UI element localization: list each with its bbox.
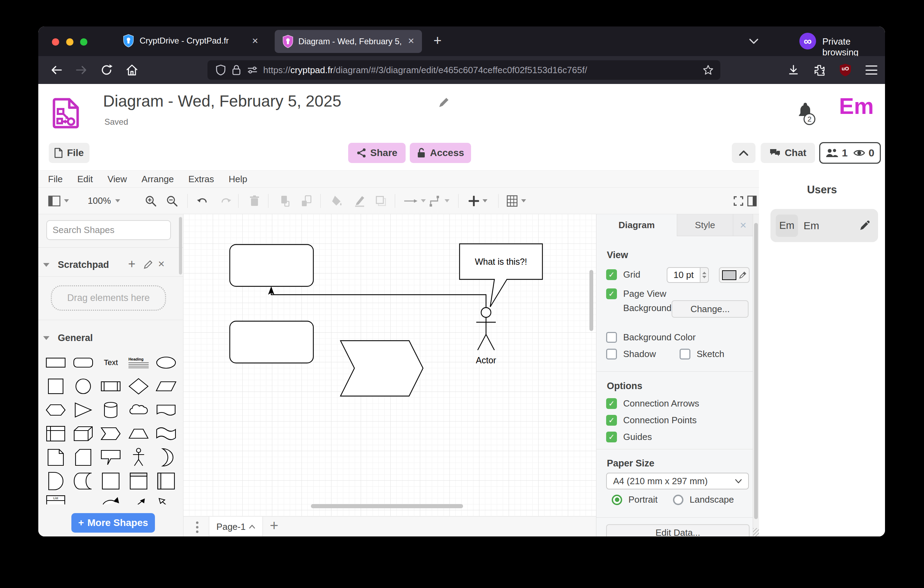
diagram-canvas[interactable]: What is this?! Actor — [183, 214, 596, 516]
insert-dropdown[interactable] — [469, 188, 487, 214]
shape-cylinder[interactable] — [98, 398, 123, 422]
shape-circle[interactable] — [71, 375, 96, 398]
background-color-checkbox[interactable] — [606, 332, 617, 343]
grid-size-stepper[interactable] — [701, 267, 709, 283]
tab-diagram-active[interactable]: Diagram - Wed, February 5, 202 — [275, 30, 422, 53]
lock-icon[interactable] — [232, 64, 241, 76]
extensions-puzzle-icon[interactable] — [813, 64, 826, 76]
shape-document[interactable] — [153, 398, 178, 422]
share-button[interactable]: Share — [348, 143, 406, 163]
add-page-button[interactable]: + — [270, 517, 279, 534]
shape-cloud[interactable] — [126, 398, 151, 422]
grid-size-input[interactable]: 10 pt — [667, 267, 701, 283]
shape-and[interactable] — [43, 469, 68, 493]
canvas-horizontal-scrollbar[interactable] — [311, 504, 463, 508]
user-list-button[interactable]: 1 0 — [819, 142, 881, 164]
tab-cryptdrive[interactable]: CryptDrive - CryptPad.fr — [123, 34, 229, 47]
shape-horizontal-container[interactable] — [153, 469, 178, 493]
zoom-out-button[interactable] — [166, 188, 178, 214]
shape-diamond[interactable] — [126, 375, 151, 398]
scratchpad-section-header[interactable]: Scratchpad — [43, 259, 109, 270]
view-panels-button[interactable] — [48, 188, 69, 214]
tab-close-icon[interactable]: × — [408, 36, 414, 46]
scratchpad-drop-zone[interactable]: Drag elements here — [51, 285, 166, 311]
ublock-origin-icon[interactable]: uO — [839, 63, 851, 77]
grid-checkbox[interactable]: ✓ — [606, 269, 617, 280]
rename-pencil-icon[interactable] — [438, 96, 450, 108]
macos-minimize-button[interactable] — [66, 38, 73, 46]
menu-arrange[interactable]: Arrange — [142, 174, 174, 185]
shape-callout[interactable] — [98, 446, 123, 469]
home-icon[interactable] — [125, 63, 139, 77]
undo-button[interactable] — [196, 188, 208, 214]
format-panel-close-icon[interactable]: × — [733, 214, 753, 236]
menu-view[interactable]: View — [107, 174, 127, 185]
shape-actor[interactable] — [126, 446, 151, 469]
waypoint-style-dropdown[interactable] — [429, 188, 449, 214]
shape-curved-arrow[interactable] — [98, 493, 123, 504]
tab-style[interactable]: Style — [677, 214, 733, 236]
menu-help[interactable]: Help — [229, 174, 247, 185]
shape-note[interactable] — [43, 446, 68, 469]
canvas-vertical-scrollbar[interactable] — [589, 270, 593, 331]
sidebar-scrollbar[interactable] — [179, 217, 182, 274]
shape-search[interactable] — [46, 220, 171, 240]
shape-list[interactable]: List — [43, 493, 68, 504]
paper-size-select[interactable]: A4 (210 mm x 297 mm) — [606, 473, 749, 489]
more-shapes-button[interactable]: + More Shapes — [71, 513, 155, 533]
shape-hexagon[interactable] — [43, 398, 68, 422]
scratchpad-add-icon[interactable]: + — [128, 257, 135, 271]
scratchpad-edit-pencil-icon[interactable] — [144, 259, 153, 269]
format-panel-scrollbar[interactable] — [753, 214, 759, 537]
chat-button[interactable]: Chat — [761, 143, 815, 163]
page-view-checkbox[interactable]: ✓ — [606, 288, 617, 299]
general-section-header[interactable]: General — [43, 333, 93, 344]
shape-triangle[interactable] — [71, 398, 96, 422]
to-front-button[interactable] — [278, 188, 290, 214]
shape-tape[interactable] — [153, 422, 178, 446]
guides-checkbox[interactable]: ✓ — [606, 431, 617, 443]
macos-close-button[interactable] — [52, 38, 59, 46]
list-all-tabs-chevron-icon[interactable] — [749, 38, 759, 45]
connection-style-dropdown[interactable] — [404, 188, 426, 214]
user-row[interactable]: Em Em — [771, 209, 878, 242]
resize-grip[interactable] — [753, 528, 759, 537]
tab-diagram[interactable]: Diagram — [596, 214, 677, 236]
zoom-in-button[interactable] — [145, 188, 157, 214]
scratchpad-close-icon[interactable]: × — [158, 258, 165, 270]
fullscreen-button[interactable] — [733, 188, 744, 214]
shape-vertical-container[interactable] — [126, 469, 151, 493]
scrollbar-thumb[interactable] — [754, 223, 758, 519]
shape-textbox[interactable]: Heading — [126, 351, 151, 375]
connection-arrows-checkbox[interactable]: ✓ — [606, 398, 617, 409]
shape-card[interactable] — [71, 446, 96, 469]
redo-button[interactable] — [220, 188, 232, 214]
shape-or[interactable] — [153, 446, 178, 469]
menu-extras[interactable]: Extras — [188, 174, 214, 185]
edit-name-pencil-icon[interactable] — [859, 220, 870, 231]
table-dropdown[interactable] — [507, 188, 526, 214]
menu-hamburger-icon[interactable] — [866, 66, 877, 74]
macos-zoom-button[interactable] — [80, 38, 87, 46]
shape-parallelogram[interactable] — [153, 375, 178, 398]
shape-data-storage[interactable] — [71, 469, 96, 493]
shape-rectangle[interactable] — [43, 351, 68, 375]
shape-bidirectional-arrow[interactable] — [126, 493, 151, 504]
edit-data-button[interactable]: Edit Data... — [606, 524, 749, 537]
menu-file[interactable]: File — [48, 174, 63, 185]
zoom-level-dropdown[interactable]: 100% — [88, 188, 120, 214]
grid-color-button[interactable] — [719, 267, 749, 283]
access-button[interactable]: Access — [410, 143, 471, 163]
pages-menu-icon[interactable] — [196, 522, 198, 533]
portrait-radio[interactable] — [612, 495, 622, 505]
url-bar[interactable]: https://cryptpad.fr/diagram/#/3/diagram/… — [208, 60, 720, 80]
account-button[interactable]: Em — [839, 95, 874, 117]
sketch-checkbox[interactable] — [680, 349, 690, 360]
line-color-button[interactable] — [354, 188, 366, 214]
reload-icon[interactable] — [100, 64, 113, 76]
shadow-button[interactable] — [375, 188, 387, 214]
shape-ellipse[interactable] — [153, 351, 178, 375]
fill-color-button[interactable] — [332, 188, 343, 214]
delete-button[interactable] — [249, 188, 260, 214]
shape-text[interactable]: Text — [98, 351, 123, 375]
